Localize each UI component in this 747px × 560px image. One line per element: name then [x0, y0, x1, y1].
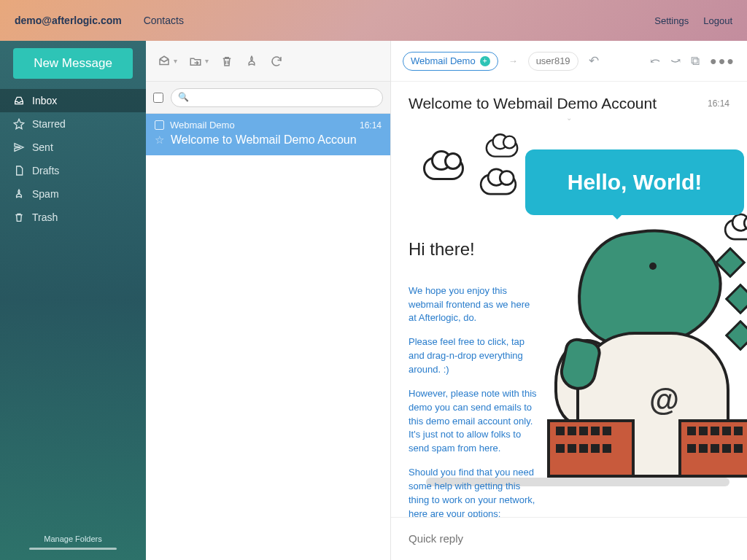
- folder-label: Starred: [32, 118, 66, 130]
- list-toolbar: ▾ ▾: [146, 41, 390, 82]
- reader-toolbar: Webmail Demo + → user819 ↶ ⤺ ⤻ ⧉ ●●●: [391, 41, 747, 82]
- message-subject: Welcome to Webmail Demo Accoun: [171, 133, 357, 147]
- top-bar: demo@afterlogic.com Contacts Settings Lo…: [0, 0, 747, 41]
- message-from: Webmail Demo: [170, 120, 354, 131]
- body-paragraph: Please feel free to click, tap and drag-…: [409, 335, 540, 377]
- folder-label: Spam: [32, 188, 59, 200]
- quick-reply: [391, 517, 747, 560]
- body-paragraph: Should you find that you need some help …: [409, 466, 540, 517]
- sidebar: New Message Inbox Starred Sent Drafts: [0, 41, 146, 560]
- cloud-illustration: [724, 219, 747, 241]
- folder-label: Trash: [32, 211, 58, 223]
- message-time: 16:14: [360, 120, 382, 131]
- speech-bubble: Hello, World!: [525, 149, 744, 215]
- chevron-down-icon[interactable]: ▾: [205, 57, 209, 65]
- spam-action-icon[interactable]: [245, 55, 258, 68]
- storage-bar: [29, 548, 117, 550]
- reply-icon[interactable]: ↶: [589, 53, 599, 69]
- folder-starred[interactable]: Starred: [0, 112, 146, 136]
- body-paragraph: We hope you enjoy this webmail frontend …: [409, 284, 540, 326]
- mark-read-icon[interactable]: [158, 55, 171, 68]
- account-email[interactable]: demo@afterlogic.com: [15, 15, 122, 26]
- new-message-button[interactable]: New Message: [13, 48, 133, 79]
- search-icon: 🔍: [178, 92, 189, 102]
- reply-all-icon[interactable]: ⤺: [650, 53, 660, 69]
- folder-sent[interactable]: Sent: [0, 136, 146, 159]
- reader-body[interactable]: Hi there! We hope you enjoy this webmail…: [391, 128, 747, 517]
- open-external-icon[interactable]: ⧉: [691, 54, 700, 69]
- message-item[interactable]: Webmail Demo 16:14 ☆ Welcome to Webmail …: [146, 114, 390, 155]
- folder-label: Sent: [32, 141, 53, 153]
- star-toggle-icon[interactable]: ☆: [155, 133, 165, 147]
- draft-icon: [13, 165, 25, 176]
- forward-icon[interactable]: ⤻: [670, 53, 681, 69]
- recipient-pill[interactable]: user819: [528, 52, 578, 71]
- refresh-icon[interactable]: [270, 55, 283, 68]
- trash-icon: [13, 211, 25, 223]
- reader-time: 16:14: [708, 98, 729, 109]
- settings-link[interactable]: Settings: [654, 15, 689, 26]
- building-illustration: [678, 419, 747, 478]
- star-icon: [13, 118, 25, 130]
- logout-link[interactable]: Logout: [703, 15, 732, 26]
- chevron-down-icon[interactable]: ▾: [174, 57, 177, 65]
- greeting: Hi there!: [409, 237, 540, 262]
- reader-subject: Welcome to Webmail Demo Account: [409, 95, 708, 112]
- spam-icon: [13, 188, 25, 200]
- message-checkbox[interactable]: [155, 120, 164, 130]
- collapse-chevron-icon[interactable]: ⌄: [391, 112, 747, 128]
- dino-spike: [725, 284, 747, 314]
- quick-reply-input[interactable]: [409, 532, 729, 545]
- arrow-right-icon: →: [508, 55, 518, 66]
- cloud-illustration: [486, 139, 519, 158]
- more-menu-icon[interactable]: ●●●: [710, 55, 735, 68]
- manage-folders[interactable]: Manage Folders: [0, 524, 146, 560]
- folder-trash[interactable]: Trash: [0, 206, 146, 229]
- reader-pane: Webmail Demo + → user819 ↶ ⤺ ⤻ ⧉ ●●● Wel…: [391, 41, 747, 560]
- delete-icon[interactable]: [220, 55, 233, 68]
- message-list-pane: ▾ ▾ 🔍 Webmail Demo 16:14 ☆: [146, 41, 391, 560]
- building-illustration: [547, 419, 635, 478]
- inbox-icon: [13, 95, 25, 106]
- dino-spike: [725, 320, 747, 351]
- search-bar: 🔍: [146, 82, 390, 114]
- folder-spam[interactable]: Spam: [0, 182, 146, 206]
- sent-icon: [13, 141, 25, 153]
- dino-eye: [649, 262, 657, 270]
- folder-drafts[interactable]: Drafts: [0, 159, 146, 182]
- at-symbol: @: [649, 383, 679, 418]
- move-folder-icon[interactable]: [189, 55, 202, 68]
- contacts-link[interactable]: Contacts: [144, 15, 184, 26]
- folder-inbox[interactable]: Inbox: [0, 89, 146, 112]
- sender-pill[interactable]: Webmail Demo +: [403, 52, 498, 71]
- cloud-illustration: [423, 157, 464, 180]
- folder-label: Inbox: [32, 95, 57, 106]
- body-paragraph: However, please note with this demo you …: [409, 387, 540, 456]
- folder-label: Drafts: [32, 165, 59, 176]
- add-contact-icon[interactable]: +: [480, 56, 490, 66]
- search-input[interactable]: [171, 88, 383, 107]
- cloud-illustration: [480, 174, 516, 195]
- select-all-checkbox[interactable]: [153, 93, 163, 103]
